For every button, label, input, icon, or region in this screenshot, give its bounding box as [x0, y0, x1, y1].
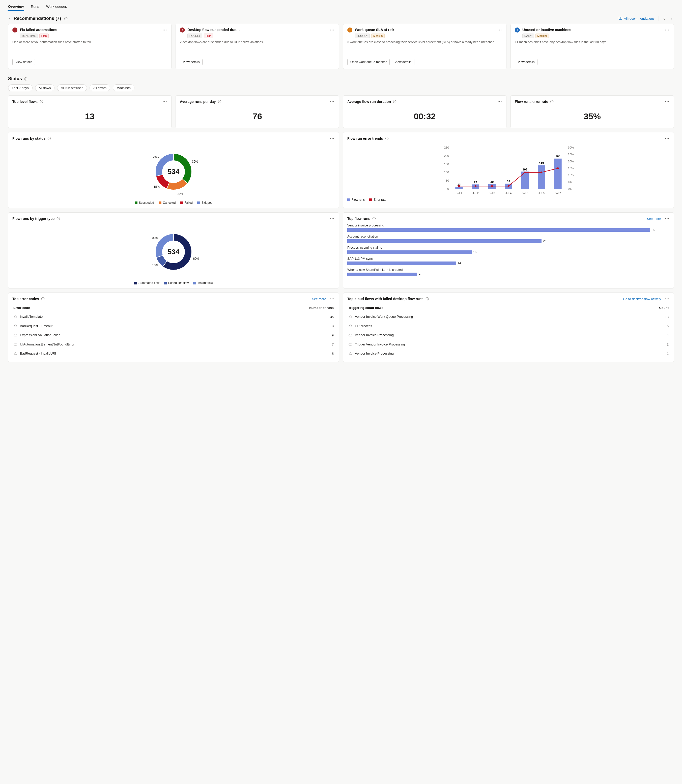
- svg-text:105: 105: [523, 168, 527, 171]
- svg-point-10: [333, 30, 334, 30]
- rec-next-button[interactable]: [669, 16, 674, 21]
- info-icon[interactable]: [393, 100, 397, 104]
- table-row[interactable]: Vendor Invoice Work Queue Processing13: [347, 312, 670, 322]
- table-row[interactable]: HR process5: [347, 322, 670, 331]
- info-icon[interactable]: [48, 137, 51, 140]
- more-icon[interactable]: [664, 136, 670, 141]
- see-more-link[interactable]: See more: [647, 217, 661, 221]
- svg-text:27: 27: [474, 180, 477, 184]
- more-icon[interactable]: [330, 136, 335, 141]
- cloud-flow-name: Vendor Invoice Work Queue Processing: [355, 315, 413, 319]
- go-to-activity-link[interactable]: Go to desktop flow activity: [623, 297, 661, 301]
- more-icon[interactable]: [162, 99, 167, 104]
- more-icon[interactable]: [162, 27, 167, 32]
- svg-point-103: [330, 299, 331, 299]
- kpi-avg-runs: Average runs per day 76: [175, 95, 339, 128]
- error-code: BadRequest - InvalidURI: [20, 352, 56, 355]
- freq-badge: DAILY: [522, 33, 534, 38]
- svg-point-104: [332, 299, 333, 299]
- table-row[interactable]: InvalidTemplate35: [12, 312, 335, 322]
- more-icon[interactable]: [664, 27, 670, 32]
- table-row[interactable]: BadRequest - InvalidURI5: [12, 349, 335, 359]
- error-code: UIAutomation.ElementNotFoundError: [20, 343, 75, 346]
- rec-prev-button[interactable]: [662, 16, 667, 21]
- filter-errors[interactable]: All errors: [89, 84, 110, 91]
- more-icon[interactable]: [664, 216, 670, 221]
- more-icon[interactable]: [330, 27, 335, 32]
- info-icon[interactable]: [550, 100, 554, 104]
- more-icon[interactable]: [664, 99, 670, 104]
- table-row[interactable]: ExpressionEvaluationFailed9: [12, 331, 335, 340]
- cloud-flow-name: HR process: [355, 324, 372, 328]
- tab-work-queues[interactable]: Work queues: [46, 3, 67, 11]
- svg-point-47: [665, 138, 666, 139]
- hbar-item: Account reconciliation25: [347, 235, 670, 243]
- hbar-label: SAP 113 PM sync: [347, 257, 670, 260]
- hbar-item: Vendor invoice processing39: [347, 224, 670, 232]
- more-icon[interactable]: [664, 296, 670, 301]
- page-tabs: Overview Runs Work queues: [8, 3, 674, 11]
- more-icon[interactable]: [497, 99, 502, 104]
- info-icon[interactable]: [41, 297, 45, 301]
- table-row[interactable]: Trigger Vendor Invoice Processing2: [347, 340, 670, 349]
- cloud-flow-name: Vendor Invoice Processing: [355, 352, 394, 355]
- open-monitor-button[interactable]: Open work queue monitor: [347, 59, 390, 65]
- table-row[interactable]: BadRequest - Timeout13: [12, 322, 335, 331]
- info-icon[interactable]: [218, 100, 221, 104]
- svg-point-93: [330, 218, 331, 219]
- cloud-icon: [13, 333, 18, 338]
- svg-point-37: [665, 101, 666, 102]
- donut-chart: 534 36%20%15%29%: [148, 147, 199, 197]
- view-details-button[interactable]: View details: [12, 59, 35, 65]
- svg-text:10%: 10%: [568, 173, 574, 177]
- info-icon[interactable]: [425, 297, 429, 301]
- filter-machines[interactable]: Machines: [113, 84, 134, 91]
- svg-point-6: [164, 30, 165, 30]
- info-icon[interactable]: [24, 77, 27, 81]
- svg-point-48: [667, 138, 668, 139]
- info-icon[interactable]: [40, 100, 43, 104]
- more-icon[interactable]: [330, 216, 335, 221]
- view-details-button[interactable]: View details: [180, 59, 202, 65]
- chart-flow-runs-by-status: Flow runs by status 534 36%20%15%29% Suc…: [8, 132, 339, 208]
- run-count: 7: [240, 340, 335, 349]
- svg-text:250: 250: [444, 146, 449, 149]
- cloud-icon: [13, 343, 18, 346]
- svg-point-12: [499, 30, 500, 30]
- hbar-list: Vendor invoice processing39Account recon…: [347, 224, 670, 276]
- svg-point-32: [498, 101, 499, 102]
- rec-card-fix-failed: ! Fix failed automations REAL TIME High …: [8, 24, 172, 69]
- filter-flows[interactable]: All flows: [35, 84, 55, 91]
- svg-text:25%: 25%: [568, 153, 574, 156]
- table-row[interactable]: UIAutomation.ElementNotFoundError7: [12, 340, 335, 349]
- info-icon[interactable]: [385, 137, 389, 140]
- info-icon[interactable]: [64, 17, 68, 21]
- svg-point-110: [668, 299, 669, 299]
- run-count: 5: [240, 349, 335, 359]
- filter-run-statuses[interactable]: All run statuses: [57, 84, 87, 91]
- rec-card-suspended: ! Desktop flow suspended due… HOURLY Hig…: [175, 24, 339, 69]
- more-icon[interactable]: [330, 296, 335, 301]
- info-icon[interactable]: [56, 217, 60, 220]
- all-recommendations-link[interactable]: All recommendations: [618, 16, 655, 21]
- table-row[interactable]: Vendor Invoice Processing4: [347, 331, 670, 340]
- svg-text:5%: 5%: [568, 180, 572, 183]
- donut-center-value: 534: [148, 147, 199, 197]
- status-filters: Last 7 days All flows All run statuses A…: [8, 84, 674, 91]
- table-row[interactable]: Vendor Invoice Processing1: [347, 349, 670, 359]
- svg-point-94: [332, 218, 333, 219]
- see-more-link[interactable]: See more: [312, 297, 326, 301]
- more-icon[interactable]: [330, 99, 335, 104]
- hbar-fill: [347, 272, 417, 276]
- chevron-down-icon[interactable]: [8, 16, 11, 21]
- tab-runs[interactable]: Runs: [31, 3, 39, 11]
- info-icon[interactable]: [372, 217, 376, 220]
- view-details-button[interactable]: View details: [515, 59, 537, 65]
- view-details-button[interactable]: View details: [392, 59, 414, 65]
- tab-overview[interactable]: Overview: [8, 3, 24, 11]
- recommendations-header: Recommendations (7) All recommendations: [8, 16, 674, 21]
- cloud-icon: [348, 352, 352, 356]
- filter-date-range[interactable]: Last 7 days: [8, 84, 32, 91]
- more-icon[interactable]: [497, 27, 502, 32]
- run-count: 9: [240, 331, 335, 340]
